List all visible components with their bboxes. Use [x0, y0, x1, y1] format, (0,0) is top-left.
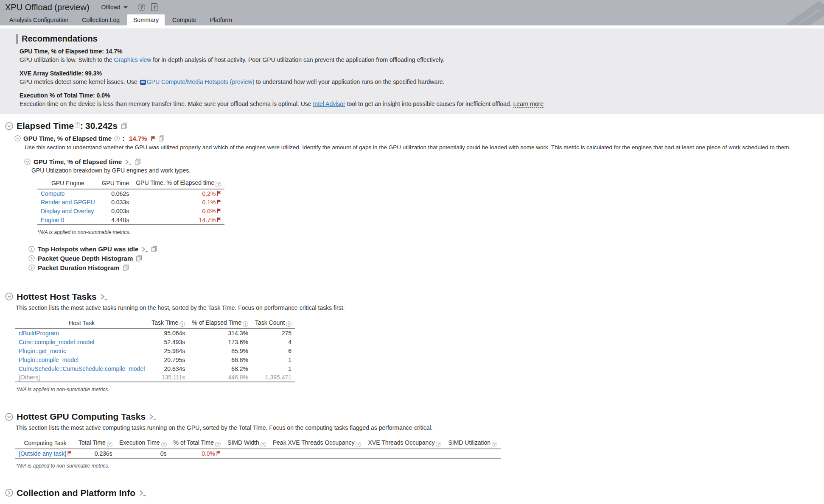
column-header[interactable]: XVE Threads Occupancy? [364, 438, 445, 449]
tab-collection-log[interactable]: Collection Log [76, 14, 126, 25]
host-task-link[interactable]: Plugin::compile_model [19, 356, 78, 363]
help-icon[interactable]: ? [356, 442, 361, 447]
copy-icon[interactable] [121, 123, 128, 129]
percent-cell: 0.0% [132, 207, 224, 216]
table-row: [Outside any task] 0.236s 0s 0.0% [15, 449, 501, 458]
command-line-icon[interactable] [149, 413, 157, 420]
column-header[interactable]: GPU Engine [37, 178, 98, 189]
column-header[interactable]: Total Time? [75, 438, 116, 449]
chevron-down-icon [123, 6, 128, 8]
table-header-row: Host Task Task Time? % of Elapsed Time? … [15, 318, 295, 329]
elapsed-time-section-header: Elapsed Time?:30.242s [0, 121, 824, 131]
help-icon[interactable]: ? [243, 321, 248, 327]
column-header[interactable]: Peak XVE Threads Occupancy? [269, 438, 365, 449]
host-task-link[interactable]: Core::compile_model::model [19, 339, 94, 345]
expand-section-icon[interactable] [28, 246, 35, 252]
section-title: Elapsed Time?:30.242s [17, 121, 118, 131]
host-task-link[interactable]: Plugin::get_metric [19, 348, 66, 354]
column-header[interactable]: Computing Task [15, 438, 75, 449]
copy-icon[interactable] [158, 135, 165, 142]
task-count-cell: 1 [252, 355, 295, 364]
column-header[interactable]: Execution Time? [116, 438, 170, 449]
tab-analysis-configuration[interactable]: Analysis Configuration [3, 14, 74, 25]
column-header[interactable]: GPU Time [98, 178, 133, 189]
command-line-icon[interactable] [141, 246, 148, 252]
viewpoint-dropdown[interactable]: Offload [101, 4, 128, 11]
help-icon[interactable]: ? [286, 321, 291, 327]
task-count-cell: 1,395,471 [252, 373, 295, 382]
column-header[interactable]: Host Task [15, 318, 148, 329]
graphics-view-link[interactable]: Graphics view [114, 56, 151, 63]
host-task-link[interactable]: clBuildProgram [19, 330, 59, 337]
column-header[interactable]: % of Total Time? [170, 438, 224, 449]
help-icon[interactable]: ? [179, 321, 185, 327]
gpu-time-cell: 0.033s [98, 198, 133, 207]
command-line-icon[interactable] [100, 293, 108, 300]
engine-link[interactable]: Compute [41, 190, 65, 197]
expand-section-icon[interactable] [28, 255, 35, 262]
collapse-section-icon[interactable] [5, 292, 13, 301]
host-tasks-section-header: Hottest Host Tasks [0, 292, 824, 302]
collapsed-subsections: Top Hotspots when GPU was idle Packet Qu… [28, 245, 824, 273]
column-header[interactable]: % of Elapsed Time? [188, 318, 252, 329]
help-icon[interactable]: ? [215, 442, 221, 447]
platform-info-section-header: Collection and Platform Info [0, 488, 824, 498]
column-header[interactable]: Task Time? [148, 318, 188, 329]
tab-bar: Analysis Configuration Collection Log Su… [0, 14, 824, 25]
copy-icon[interactable] [123, 265, 129, 271]
gpu-hotspots-link[interactable]: GPU Compute/Media Hotspots (preview) [147, 78, 255, 85]
viewpoint-label: Offload [101, 4, 121, 11]
help-icon[interactable]: ? [492, 442, 497, 447]
computing-task-link[interactable]: [Outside any task] [19, 450, 66, 457]
help-icon[interactable]: ? [107, 442, 112, 447]
gpu-tasks-section-header: Hottest GPU Computing Tasks [0, 412, 824, 422]
engine-link[interactable]: Display and Overlay [41, 208, 94, 214]
occupancy-cell [364, 449, 445, 458]
engine-link[interactable]: Render and GPGPU [41, 199, 95, 206]
help-icon[interactable]: ? [75, 122, 80, 128]
separator: : [122, 135, 124, 142]
expand-section-icon[interactable] [5, 489, 13, 497]
documentation-icon[interactable]: ? [151, 3, 157, 11]
subsection-top-hotspots[interactable]: Top Hotspots when GPU was idle [28, 245, 824, 254]
engine-link[interactable]: Engine 0 [41, 217, 64, 223]
help-icon[interactable]: ? [216, 182, 221, 187]
help-icon[interactable]: ? [161, 442, 167, 447]
collapse-section-icon[interactable] [14, 135, 21, 142]
collapse-section-icon[interactable] [5, 413, 13, 421]
column-header[interactable]: Task Count? [252, 318, 295, 329]
column-header[interactable]: SIMD Width? [224, 438, 269, 449]
table-footnote: *N/A is applied to non-summable metrics. [16, 463, 824, 469]
table-row: Engine 0 4.440s 14.7% [37, 216, 224, 225]
expand-section-icon[interactable] [28, 265, 35, 271]
host-task-link[interactable]: CumuSchedule::CumuSchedule:compile_model [19, 365, 145, 372]
subsection-packet-duration[interactable]: Packet Duration Histogram [28, 263, 824, 273]
column-header[interactable]: GPU Time, % of Elapsed time? [132, 178, 224, 189]
gpu-time-cell: 4.440s [98, 216, 133, 225]
percent-cell: 0.0% [170, 449, 224, 458]
tab-summary[interactable]: Summary [127, 14, 165, 25]
learn-more-link[interactable]: Learn more [513, 100, 544, 108]
help-icon[interactable]: ? [261, 442, 266, 447]
copy-icon[interactable] [136, 255, 142, 262]
computing-task-cell: [Outside any task] [15, 449, 75, 458]
percent-cell: 14.7% [132, 216, 224, 225]
command-line-icon[interactable] [139, 490, 146, 496]
command-line-icon[interactable] [125, 159, 132, 165]
help-icon[interactable]: ? [114, 136, 120, 141]
column-header[interactable]: SIMD Utilization? [445, 438, 501, 449]
collapse-section-icon[interactable] [24, 159, 31, 165]
intel-advisor-link[interactable]: Intel Advisor [313, 100, 345, 107]
host-tasks-table: Host Task Task Time? % of Elapsed Time? … [15, 318, 295, 383]
copy-icon[interactable] [135, 159, 141, 165]
recommendation-execution-time: Execution % of Total Time: 0.0% Executio… [20, 92, 824, 108]
tab-compute[interactable]: Compute [166, 14, 202, 25]
help-icon[interactable]: ? [436, 442, 441, 447]
copy-icon[interactable] [151, 246, 157, 252]
help-icon[interactable]: ? [138, 4, 145, 11]
collapse-section-icon[interactable] [5, 122, 13, 130]
tab-platform[interactable]: Platform [204, 14, 238, 25]
table-footnote: *N/A is applied to non-summable metrics. [16, 387, 824, 393]
subsection-packet-queue-depth[interactable]: Packet Queue Depth Histogram [28, 254, 824, 263]
recommendations-panel: Recommendations GPU Time, % of Elapsed t… [0, 28, 824, 114]
